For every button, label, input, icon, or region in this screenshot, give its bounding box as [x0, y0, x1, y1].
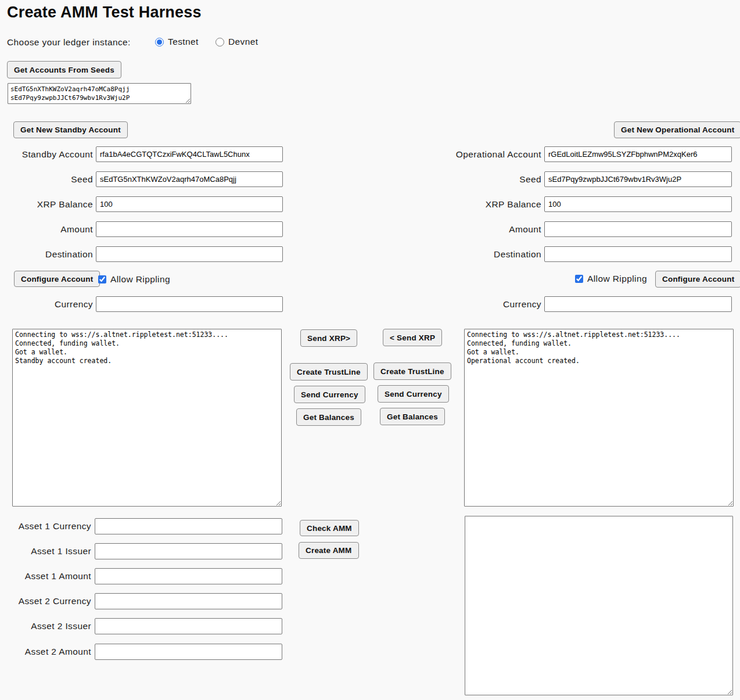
- send-xrp-to-standby-button[interactable]: < Send XRP: [383, 329, 442, 346]
- asset1-amount-label: Asset 1 Amount: [25, 571, 91, 581]
- operational-results-textarea[interactable]: Connecting to wss://s.altnet.rippletest.…: [464, 329, 734, 507]
- standby-allow-rippling-checkbox[interactable]: [98, 275, 106, 283]
- operational-configure-account-button[interactable]: Configure Account: [655, 271, 740, 288]
- operational-allow-rippling-checkbox[interactable]: [575, 275, 583, 283]
- operational-amount-label: Amount: [509, 224, 541, 235]
- standby-configure-account-button[interactable]: Configure Account: [14, 271, 100, 287]
- devnet-radio-label[interactable]: Devnet: [228, 37, 258, 47]
- asset2-amount-input[interactable]: [95, 644, 282, 660]
- asset2-issuer-input[interactable]: [95, 618, 282, 634]
- standby-account-input[interactable]: [96, 146, 283, 162]
- standby-seed-label: Seed: [71, 174, 93, 185]
- standby-create-trustline-button[interactable]: Create TrustLine: [290, 363, 368, 380]
- operational-account-label: Operational Account: [456, 149, 541, 160]
- operational-xrp-balance-label: XRP Balance: [486, 199, 541, 210]
- standby-amount-label: Amount: [60, 224, 93, 235]
- ledger-instance-prompt: Choose your ledger instance:: [7, 37, 131, 48]
- standby-destination-label: Destination: [45, 249, 93, 260]
- amm-results-textarea[interactable]: [465, 516, 733, 695]
- standby-seed-input[interactable]: [96, 171, 283, 187]
- asset1-currency-input[interactable]: [95, 518, 282, 534]
- standby-destination-input[interactable]: [96, 246, 283, 262]
- create-amm-button[interactable]: Create AMM: [299, 542, 359, 559]
- check-amm-button[interactable]: Check AMM: [300, 520, 359, 536]
- testnet-radio-label[interactable]: Testnet: [168, 37, 199, 47]
- asset1-issuer-label: Asset 1 Issuer: [31, 546, 91, 557]
- get-new-standby-account-button[interactable]: Get New Standby Account: [13, 121, 128, 138]
- get-accounts-from-seeds-button[interactable]: Get Accounts From Seeds: [7, 61, 121, 78]
- testnet-radio[interactable]: [155, 38, 164, 46]
- get-new-operational-account-button[interactable]: Get New Operational Account: [614, 121, 740, 138]
- operational-seed-input[interactable]: [544, 171, 732, 187]
- standby-xrp-balance-label: XRP Balance: [37, 199, 93, 210]
- asset2-currency-label: Asset 2 Currency: [19, 596, 91, 606]
- standby-currency-label: Currency: [55, 299, 93, 310]
- standby-results-textarea[interactable]: Connecting to wss://s.altnet.rippletest.…: [12, 329, 282, 507]
- operational-get-balances-button[interactable]: Get Balances: [380, 408, 445, 425]
- operational-seed-label: Seed: [519, 174, 541, 185]
- operational-currency-label: Currency: [503, 299, 541, 310]
- standby-amount-input[interactable]: [96, 221, 283, 237]
- send-xrp-to-operational-button[interactable]: Send XRP>: [300, 329, 357, 347]
- standby-get-balances-button[interactable]: Get Balances: [296, 408, 361, 426]
- standby-xrp-balance-input[interactable]: [96, 196, 283, 212]
- asset1-amount-input[interactable]: [95, 568, 282, 584]
- create-amm-test-harness-page: Create AMM Test Harness Choose your ledg…: [0, 0, 740, 700]
- asset1-currency-label: Asset 1 Currency: [19, 521, 91, 532]
- devnet-radio[interactable]: [215, 38, 224, 46]
- operational-account-input[interactable]: [544, 146, 732, 162]
- operational-destination-label: Destination: [494, 249, 541, 260]
- operational-destination-input[interactable]: [544, 246, 732, 262]
- asset2-amount-label: Asset 2 Amount: [25, 647, 91, 657]
- page-title: Create AMM Test Harness: [7, 3, 202, 21]
- operational-allow-rippling-label[interactable]: Allow Rippling: [587, 274, 647, 284]
- standby-currency-input[interactable]: [96, 296, 283, 312]
- standby-account-label: Standby Account: [22, 149, 93, 160]
- operational-currency-input[interactable]: [544, 296, 732, 312]
- seeds-textarea[interactable]: sEdTG5nXThKWZoV2aqrh47oMCa8Pqjj sEd7Pqy9…: [8, 83, 191, 104]
- operational-send-currency-button[interactable]: Send Currency: [378, 385, 449, 403]
- operational-amount-input[interactable]: [544, 221, 732, 237]
- standby-allow-rippling-label[interactable]: Allow Rippling: [110, 274, 170, 285]
- asset2-issuer-label: Asset 2 Issuer: [31, 621, 91, 631]
- standby-send-currency-button[interactable]: Send Currency: [294, 386, 365, 403]
- asset1-issuer-input[interactable]: [95, 543, 282, 559]
- asset2-currency-input[interactable]: [95, 593, 282, 609]
- operational-xrp-balance-input[interactable]: [544, 196, 732, 212]
- operational-create-trustline-button[interactable]: Create TrustLine: [373, 362, 451, 380]
